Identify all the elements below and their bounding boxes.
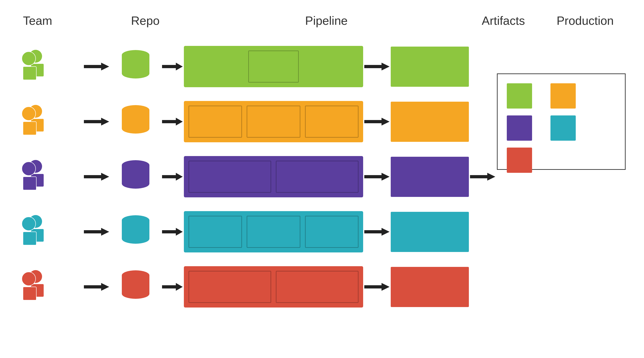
repo-icon-purple <box>110 158 161 195</box>
header-repo: Repo <box>131 14 218 27</box>
svg-point-13 <box>122 68 150 78</box>
pipeline-stage-purple-2 <box>276 161 358 193</box>
pipeline-stage-yellow-1 <box>188 106 242 138</box>
header-team: Team <box>23 14 96 27</box>
arrow-pipeline-to-artifact-red <box>363 281 391 293</box>
svg-marker-46 <box>162 173 183 180</box>
pipeline-box-teal <box>184 211 363 252</box>
pipeline-stage-green-1 <box>248 50 299 83</box>
svg-marker-64 <box>364 228 390 236</box>
svg-marker-53 <box>84 228 109 236</box>
arrow-repo-to-pipeline-red <box>161 281 184 293</box>
pipeline-stage-red-2 <box>276 271 358 303</box>
team-icon-yellow <box>18 103 83 140</box>
svg-marker-30 <box>162 118 183 126</box>
artifact-box-green <box>391 47 469 87</box>
svg-marker-69 <box>84 283 109 291</box>
svg-point-51 <box>22 217 36 231</box>
repo-icon-teal <box>110 213 161 250</box>
row-teal <box>18 206 626 257</box>
arrow-team-to-repo-teal <box>83 226 110 237</box>
svg-marker-20 <box>84 118 109 126</box>
svg-point-78 <box>122 289 150 299</box>
svg-point-34 <box>22 162 36 176</box>
svg-marker-47 <box>364 173 390 180</box>
pipeline-box-yellow <box>184 101 363 142</box>
svg-marker-14 <box>162 63 183 70</box>
prod-square-purple <box>507 115 532 141</box>
prod-square-yellow <box>550 83 576 109</box>
arrow-pipeline-to-artifact-yellow <box>363 116 391 127</box>
arrow-repo-to-pipeline-green <box>161 61 184 72</box>
arrow-pipeline-to-artifact-purple <box>363 171 391 182</box>
svg-point-45 <box>122 179 150 189</box>
svg-point-62 <box>122 234 150 244</box>
team-icon-purple <box>18 158 83 195</box>
pipeline-stage-teal-2 <box>246 216 300 248</box>
artifact-box-purple <box>391 157 469 197</box>
svg-marker-79 <box>162 283 183 291</box>
svg-rect-68 <box>23 287 36 300</box>
column-headers: Team Repo Pipeline Artifacts Production <box>18 14 626 27</box>
arrow-pipeline-to-artifact-teal <box>363 226 391 237</box>
pipeline-stage-teal-1 <box>188 216 242 248</box>
repo-icon-yellow <box>110 103 161 140</box>
header-artifacts: Artifacts <box>462 14 545 27</box>
arrow-artifact-to-production <box>469 171 496 182</box>
pipeline-box-purple <box>184 156 363 197</box>
team-icon-red <box>18 269 83 305</box>
svg-marker-15 <box>364 63 390 70</box>
svg-marker-48 <box>470 173 495 180</box>
pipeline-stage-purple-1 <box>188 161 271 193</box>
svg-point-2 <box>22 52 36 65</box>
pipeline-stage-yellow-3 <box>305 106 358 138</box>
svg-point-18 <box>22 107 36 121</box>
prod-square-green <box>507 83 532 109</box>
prod-square-teal <box>550 115 576 141</box>
svg-rect-52 <box>23 232 36 245</box>
arrow-repo-to-pipeline-purple <box>161 171 184 182</box>
svg-marker-31 <box>364 118 390 126</box>
arrow-team-to-repo-purple <box>83 171 110 182</box>
svg-marker-63 <box>162 228 183 236</box>
arrow-pipeline-to-artifact-green <box>363 61 391 72</box>
production-box <box>497 73 626 170</box>
repo-icon-red <box>110 269 161 305</box>
svg-rect-19 <box>23 122 36 135</box>
artifact-box-teal <box>391 212 469 252</box>
arrow-team-to-repo-green <box>83 61 110 72</box>
repo-icon-green <box>110 48 161 85</box>
prod-row-1 <box>507 83 576 109</box>
svg-rect-3 <box>23 67 36 80</box>
pipeline-box-red <box>184 266 363 308</box>
row-red <box>18 262 626 312</box>
arrow-repo-to-pipeline-teal <box>161 226 184 237</box>
page-container: Team Repo Pipeline Artifacts Production <box>0 0 644 358</box>
team-icon-teal <box>18 213 83 250</box>
pipeline-stage-red-1 <box>188 271 271 303</box>
svg-marker-4 <box>84 63 109 70</box>
artifact-box-yellow <box>391 102 469 142</box>
svg-marker-36 <box>84 173 109 180</box>
pipeline-stage-teal-3 <box>305 216 358 248</box>
svg-marker-80 <box>364 283 390 291</box>
svg-point-29 <box>122 124 150 134</box>
pipeline-box-green <box>184 46 363 87</box>
header-production: Production <box>545 14 626 27</box>
header-pipeline: Pipeline <box>237 14 416 27</box>
artifact-box-red <box>391 267 469 307</box>
team-icon-green <box>18 48 83 85</box>
prod-row-2 <box>507 115 576 141</box>
prod-square-red <box>507 148 532 173</box>
svg-point-67 <box>22 272 36 286</box>
prod-row-3 <box>507 148 532 173</box>
svg-rect-35 <box>23 177 36 190</box>
arrow-repo-to-pipeline-yellow <box>161 116 184 127</box>
arrow-team-to-repo-yellow <box>83 116 110 127</box>
arrow-team-to-repo-red <box>83 281 110 293</box>
pipeline-stage-yellow-2 <box>246 106 300 138</box>
